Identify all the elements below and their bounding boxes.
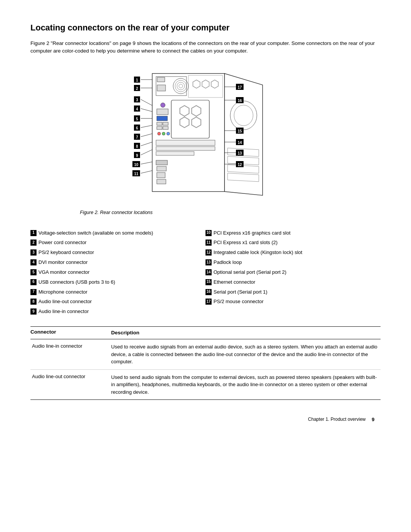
connector-text-12: Integrated cable lock (Kingston lock) sl… (213, 249, 302, 256)
svg-line-52 (141, 125, 152, 128)
svg-rect-8 (157, 77, 165, 82)
svg-rect-16 (157, 122, 162, 125)
connector-item-4: 4 DVI monitor connector (30, 259, 206, 266)
num-badge-6: 6 (30, 279, 37, 285)
footer-chapter: Chapter 1. Product overview (308, 417, 365, 422)
footer-page: 9 (372, 417, 374, 422)
col-connector-header: Connector (30, 329, 107, 337)
svg-text:14: 14 (237, 141, 242, 145)
connector-item-15: 15 Ethernet connector (206, 279, 381, 286)
connector-item-12: 12 Integrated cable lock (Kingston lock)… (206, 249, 381, 256)
page-title: Locating connectors on the rear of your … (30, 23, 381, 33)
num-badge-2: 2 (30, 240, 37, 246)
svg-line-64 (141, 162, 152, 164)
connector-text-14: Optional serial port (Serial port 2) (213, 269, 286, 276)
diagram-svg: ⬡⬡⬡ ⬡⬡ ⬡⬡ (114, 66, 297, 207)
row2-connector: Audio line-out connector (30, 374, 107, 396)
svg-rect-25 (156, 152, 194, 155)
svg-text:15: 15 (237, 129, 242, 133)
svg-line-61 (141, 150, 152, 155)
svg-line-67 (141, 171, 152, 173)
num-badge-16: 16 (206, 289, 212, 295)
num-badge-10: 10 (206, 230, 212, 236)
table-row-2: Audio line-out connector Used to send au… (30, 370, 381, 400)
svg-marker-30 (225, 73, 263, 195)
connector-text-8: Audio line-out connector (38, 298, 92, 305)
svg-line-55 (141, 134, 152, 137)
svg-text:11: 11 (134, 172, 139, 176)
connector-item-17: 17 PS/2 mouse connector (206, 298, 381, 305)
connector-text-13: Padlock loop (213, 259, 242, 266)
svg-text:4: 4 (136, 107, 138, 111)
connector-text-1: Voltage-selection switch (available on s… (38, 230, 153, 237)
svg-point-20 (158, 132, 161, 135)
svg-rect-23 (156, 140, 215, 145)
connector-text-16: Serial port (Serial port 1) (213, 289, 268, 296)
connector-text-10: PCI Express x16 graphics card slot (213, 230, 290, 237)
svg-text:12: 12 (237, 163, 242, 167)
col-desc-header: Description (107, 329, 381, 337)
row2-description: Used to send audio signals from the comp… (107, 374, 381, 396)
num-badge-11: 11 (206, 240, 212, 246)
svg-rect-19 (163, 126, 168, 129)
connector-text-2: Power cord connector (38, 239, 86, 246)
connector-table: Connector Description Audio line-in conn… (30, 326, 381, 400)
svg-text:3: 3 (136, 98, 138, 102)
num-badge-7: 7 (30, 289, 37, 295)
intro-paragraph: Figure 2 "Rear connector locations" on p… (30, 40, 381, 55)
connector-item-13: 13 Padlock loop (206, 259, 381, 266)
num-badge-13: 13 (206, 259, 212, 265)
svg-rect-28 (157, 173, 165, 178)
num-badge-14: 14 (206, 269, 212, 275)
svg-point-22 (167, 132, 170, 135)
svg-text:10: 10 (134, 163, 139, 167)
connector-item-11: 11 PCI Express x1 card slots (2) (206, 239, 381, 246)
connector-item-5: 5 VGA monitor connector (30, 269, 206, 276)
svg-text:16: 16 (237, 99, 242, 103)
connector-list: 1 Voltage-selection switch (available on… (30, 230, 381, 318)
svg-line-58 (141, 142, 152, 146)
svg-line-43 (141, 99, 152, 105)
svg-text:⬡⬡: ⬡⬡ (178, 114, 202, 130)
figure-container: ⬡⬡⬡ ⬡⬡ ⬡⬡ (30, 66, 381, 226)
svg-line-46 (141, 109, 152, 112)
connector-item-14: 14 Optional serial port (Serial port 2) (206, 269, 381, 276)
connector-item-10: 10 PCI Express x16 graphics card slot (206, 230, 381, 237)
connector-col-right: 10 PCI Express x16 graphics card slot 11… (206, 230, 381, 318)
connector-text-4: DVI monitor connector (38, 259, 88, 266)
svg-text:1: 1 (136, 78, 138, 82)
svg-rect-9 (157, 85, 166, 91)
svg-rect-26 (156, 160, 167, 165)
svg-rect-18 (157, 126, 162, 129)
svg-point-13 (161, 103, 165, 107)
connector-text-17: PS/2 mouse connector (213, 298, 264, 305)
connector-text-9: Audio line-in connector (38, 308, 89, 315)
svg-text:7: 7 (136, 135, 138, 139)
num-badge-17: 17 (206, 299, 212, 305)
svg-text:17: 17 (237, 85, 242, 89)
connector-item-6: 6 USB connectors (USB ports 3 to 6) (30, 279, 206, 286)
connector-item-16: 16 Serial port (Serial port 1) (206, 289, 381, 296)
svg-rect-15 (157, 116, 167, 121)
num-badge-5: 5 (30, 269, 37, 275)
connector-item-8: 8 Audio line-out connector (30, 298, 206, 305)
connector-text-11: PCI Express x1 card slots (2) (213, 239, 277, 246)
svg-text:8: 8 (136, 144, 138, 149)
figure-caption: Figure 2. Rear connector locations (80, 210, 153, 215)
table-header: Connector Description (30, 327, 381, 339)
svg-rect-29 (157, 179, 166, 184)
connector-text-7: Microphone connector (38, 289, 88, 296)
num-badge-15: 15 (206, 279, 212, 285)
connector-item-1: 1 Voltage-selection switch (available on… (30, 230, 206, 237)
svg-point-21 (162, 132, 165, 135)
num-badge-1: 1 (30, 230, 37, 236)
connector-text-3: PS/2 keyboard connector (38, 249, 94, 256)
row1-description: Used to receive audio signals from an ex… (107, 343, 381, 366)
connector-item-9: 9 Audio line-in connector (30, 308, 206, 315)
rear-connector-diagram: ⬡⬡⬡ ⬡⬡ ⬡⬡ (114, 66, 297, 207)
connector-item-2: 2 Power cord connector (30, 239, 206, 246)
svg-text:⬡⬡⬡: ⬡⬡⬡ (192, 78, 219, 90)
num-badge-8: 8 (30, 299, 37, 305)
svg-text:5: 5 (136, 117, 138, 121)
svg-rect-27 (157, 166, 166, 171)
